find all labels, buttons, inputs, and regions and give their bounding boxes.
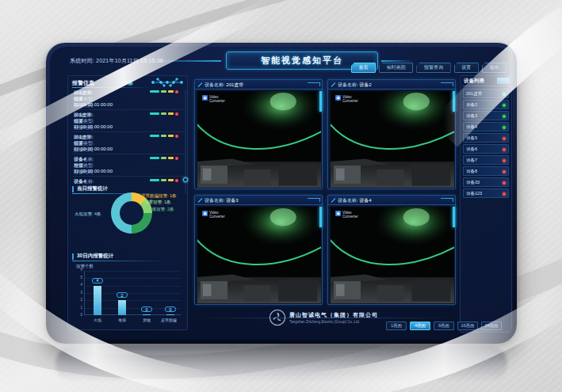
alarm-panel: 报警信息 6条 设备名称: 201皮带 报警类型: 烟雾 报警时间: 21-10… [67, 75, 188, 330]
video-watermark: ▣ VideoConverter [335, 95, 358, 103]
device-list-item[interactable]: 设备4 [463, 122, 509, 131]
device-list-item[interactable]: 设备7 [463, 155, 509, 165]
alarm-list-item[interactable]: 设备名称: 201皮带 报警类型: 烟雾 报警时间: 21-10-10 00:0… [72, 133, 185, 154]
bar-value-badge: 2 [117, 292, 128, 298]
view-16-button[interactable]: 16画面 [457, 322, 478, 330]
video-scene [331, 91, 454, 188]
device-list-item[interactable]: 设备123 [463, 188, 509, 198]
device-name: 设备3 [466, 113, 477, 119]
device-status-dot [503, 159, 506, 162]
nav-settings-button[interactable]: 设置 [454, 63, 479, 73]
video-name-label: 设备名称: [205, 82, 225, 87]
alarm-panel-header: 报警信息 6条 [72, 78, 185, 88]
video-device-name: 设备4 [359, 198, 371, 203]
nav-home-button[interactable]: 首页 [351, 63, 376, 73]
device-list-tab[interactable] [497, 78, 510, 84]
alarm-list-item[interactable]: 设备名称: 201皮带 报警类型: 烟雾 报警时间: 21-10-10 00:0… [72, 111, 185, 132]
device-name: 设备123 [466, 191, 482, 196]
video-panel-header: 设备名称: 设备2 [328, 80, 455, 89]
video-panel-header: 设备名称: 设备4 [328, 196, 455, 205]
company-name-en: Tangshan Zhicheng Electric (Group) Co.,L… [289, 320, 378, 324]
nav-live-view-button[interactable]: 实时画面 [379, 63, 413, 73]
nav-exit-button[interactable]: 退出 [482, 63, 507, 73]
company-logo-icon [269, 309, 286, 326]
monthly-stats-header: 30日内报警统计 [72, 253, 185, 261]
bar-y-axis: 6543210 [75, 268, 82, 318]
view-4-button[interactable]: 4画面 [410, 322, 430, 330]
video-watermark: ▣ VideoConverter [202, 211, 225, 219]
device-list-item[interactable]: 201皮带 [463, 89, 509, 98]
alarm-severity-indicator [150, 90, 183, 93]
header-corner-decoration [308, 82, 320, 86]
view-9-button[interactable]: 9画面 [434, 322, 454, 330]
alarm-time-value: 21-10-10 01:00:00 [74, 102, 113, 107]
bar-deviation [166, 314, 174, 315]
alarm-list-item[interactable]: 设备名称: 设备4 报警类型: 堆煤 报警时间: 21-10-10 00:00:… [72, 155, 185, 177]
video-feed[interactable]: ▣ VideoConverter [331, 91, 454, 188]
monitor-reflection [55, 345, 507, 382]
device-name: 设备5 [466, 135, 477, 141]
bar-xlabel: 皮带跑偏 [155, 318, 182, 322]
video-panel[interactable]: 设备名称: 设备3 [194, 195, 323, 305]
device-name: 设备7 [466, 158, 477, 163]
video-panel-header: 设备名称: 201皮带 [195, 80, 322, 89]
company-name-cn: 唐山智诚电气（集团）有限公司 [289, 311, 378, 319]
today-donut-hole [120, 201, 143, 225]
watermark-line2: Converter [209, 99, 225, 103]
device-name: 设备2 [466, 102, 477, 108]
monitor-frame: 系统时间: 2021年10月11日 15:15:38 智能视觉感知平台 首页 实… [46, 43, 517, 344]
device-list-item[interactable]: 设备33 [463, 177, 509, 187]
video-scene [331, 207, 454, 303]
header-line-right [381, 60, 413, 62]
view-1-button[interactable]: 1画面 [386, 322, 407, 330]
device-status-dot [503, 126, 506, 129]
alarm-list-item[interactable]: 设备名称: 201皮带 报警类型: 烟雾 报警时间: 21-10-10 01:0… [72, 89, 185, 110]
alarm-list-scroll-knob[interactable] [183, 177, 188, 182]
nav-alarm-query-button[interactable]: 报警查询 [416, 63, 450, 73]
alarm-list-item[interactable]: 设备名称: 设备4 [72, 177, 185, 185]
device-list-item[interactable]: 设备8 [463, 166, 509, 176]
converter-logo-icon: ▣ [202, 211, 208, 216]
alarm-time-value: 21-10-10 00:00:00 [74, 169, 113, 173]
video-grid: 设备名称: 201皮带 [194, 79, 456, 305]
device-name: 设备4 [466, 124, 477, 130]
converter-logo-icon: ▣ [335, 211, 341, 216]
video-device-name: 设备3 [226, 198, 238, 203]
circuit-decoration-icon [150, 78, 185, 87]
device-status-dot [503, 148, 506, 151]
dashboard-screen: 系统时间: 2021年10月11日 15:15:38 智能视觉感知平台 首页 实… [50, 47, 513, 340]
alarm-panel-title: 报警信息 [72, 79, 94, 87]
device-list-item[interactable]: 设备6 [463, 144, 509, 154]
video-panel[interactable]: 设备名称: 设备2 [327, 79, 456, 189]
company-branding: 唐山智诚电气（集团）有限公司 Tangshan Zhicheng Electri… [269, 309, 378, 326]
video-name-label: 设备名称: [205, 198, 225, 203]
device-status-dot [503, 104, 506, 107]
video-accent-bar [319, 207, 322, 227]
converter-logo-icon: ▣ [202, 95, 208, 101]
device-status-dot [503, 137, 506, 140]
bar-value-badge: 4 [92, 278, 103, 284]
top-nav: 首页 实时画面 报警查询 设置 退出 [351, 63, 507, 73]
device-status-dot [503, 115, 506, 118]
video-feed[interactable]: ▣ VideoConverter [331, 207, 454, 303]
view-switcher: 1画面 4画面 9画面 16画面 24画面 [386, 322, 502, 330]
legend-flame: 火焰报警: 4条 [75, 211, 101, 217]
monthly-stats-title: 30日内报警统计 [77, 253, 113, 260]
device-status-dot [503, 192, 506, 196]
device-list-item[interactable]: 设备3 [463, 111, 509, 120]
bar-flame [94, 286, 101, 315]
device-name: 201皮带 [466, 91, 482, 97]
video-panel[interactable]: 设备名称: 设备4 [327, 195, 456, 305]
video-feed[interactable]: ▣ VideoConverter [197, 91, 321, 188]
view-24-button[interactable]: 24画面 [481, 322, 502, 330]
device-list-item[interactable]: 设备2 [463, 100, 509, 109]
device-list-item[interactable]: 设备5 [463, 133, 509, 143]
bar-xlabel: 堆煤 [109, 318, 136, 322]
bar-coal-pile [118, 300, 126, 315]
video-panel[interactable]: 设备名称: 201皮带 [194, 79, 323, 189]
device-status-dot [503, 93, 506, 96]
bar-foreign-object [143, 314, 151, 315]
alarm-severity-indicator [150, 112, 183, 115]
video-feed[interactable]: ▣ VideoConverter [197, 207, 321, 303]
video-device-name: 设备2 [359, 82, 371, 87]
